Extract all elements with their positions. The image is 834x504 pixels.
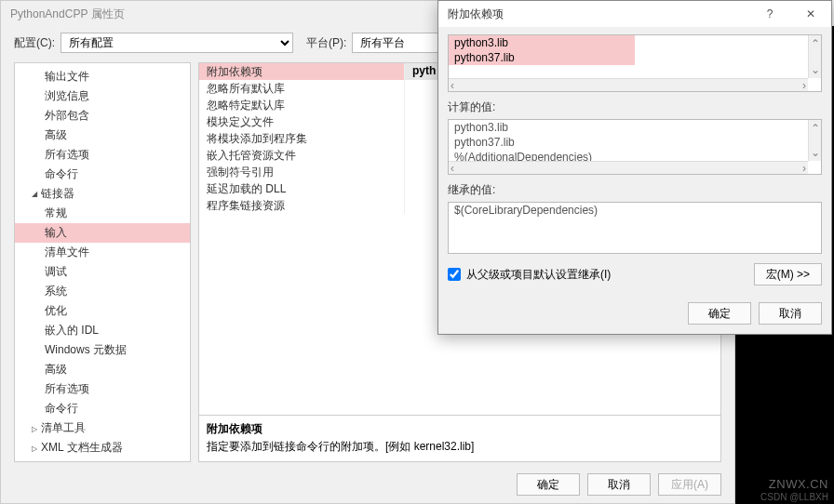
additional-deps-dialog: 附加依赖项 ? ✕ python3.lib python37.lib ⌃⌄ ‹›… — [437, 0, 832, 335]
property-label: 附加依赖项 — [199, 63, 404, 80]
config-label: 配置(C): — [14, 35, 55, 51]
tree-item[interactable]: 浏览信息 — [15, 86, 190, 106]
scrollbar-h[interactable]: ‹› — [449, 78, 808, 91]
watermark: ZNWX.CN — [769, 477, 828, 491]
macro-button[interactable]: 宏(M) >> — [754, 263, 822, 285]
tree-item[interactable]: 系统 — [15, 282, 190, 301]
inherit-checkbox-label: 从父级或项目默认设置继承(I) — [466, 267, 611, 283]
tree-category[interactable]: XML 文档生成器 — [15, 438, 190, 458]
tree-item[interactable]: 输入 — [15, 223, 190, 243]
tree-item[interactable]: 高级 — [15, 126, 190, 145]
ok-button[interactable]: 确定 — [517, 473, 580, 496]
tree-item[interactable]: 嵌入的 IDL — [15, 321, 190, 340]
apply-button[interactable]: 应用(A) — [658, 473, 721, 496]
description-panel: 附加依赖项 指定要添加到链接命令行的附加项。[例如 kernel32.lib] — [198, 416, 721, 462]
dep-line: python3.lib — [449, 35, 635, 50]
dialog-ok-button[interactable]: 确定 — [688, 302, 751, 325]
inherit-checkbox[interactable] — [448, 268, 461, 281]
calc-line: python37.lib — [449, 135, 821, 150]
desc-title: 附加依赖项 — [207, 421, 713, 437]
tree-item[interactable]: 常规 — [15, 204, 190, 223]
tree-item[interactable]: 清单文件 — [15, 243, 190, 262]
dialog-cancel-button[interactable]: 取消 — [759, 302, 822, 325]
close-button[interactable]: ✕ — [790, 1, 831, 27]
dep-line: python37.lib — [449, 50, 635, 65]
inherit-line: $(CoreLibraryDependencies) — [449, 203, 821, 218]
property-label: 忽略所有默认库 — [199, 80, 404, 97]
tree-item[interactable]: Windows 元数据 — [15, 340, 190, 360]
bottom-buttons: 确定 取消 应用(A) — [517, 473, 721, 496]
dialog-titlebar: 附加依赖项 ? ✕ — [438, 1, 831, 27]
scrollbar-h[interactable]: ‹› — [449, 161, 808, 174]
tree-category[interactable]: 浏览信息 — [15, 458, 190, 462]
scrollbar-v[interactable]: ⌃⌄ — [808, 120, 821, 161]
calculated-box: python3.lib python37.lib %(AdditionalDep… — [448, 119, 822, 175]
tree-item[interactable]: 命令行 — [15, 165, 190, 184]
property-label: 将模块添加到程序集 — [199, 130, 404, 147]
cancel-button[interactable]: 取消 — [587, 473, 651, 496]
property-label: 延迟加载的 DLL — [199, 180, 404, 197]
platform-label: 平台(P): — [306, 35, 346, 51]
property-label: 程序集链接资源 — [199, 197, 404, 214]
calc-line: python3.lib — [449, 120, 821, 135]
tree-item[interactable]: 所有选项 — [15, 145, 190, 165]
dialog-body: python3.lib python37.lib ⌃⌄ ‹› 计算的值: pyt… — [438, 27, 831, 293]
property-label: 强制符号引用 — [199, 164, 404, 180]
tree-category[interactable]: 链接器 — [15, 184, 190, 204]
inherit-row: 从父级或项目默认设置继承(I) 宏(M) >> — [448, 263, 822, 285]
tree-item[interactable]: 外部包含 — [15, 106, 190, 126]
scrollbar-v[interactable]: ⌃⌄ — [808, 35, 821, 78]
inherited-label: 继承的值: — [448, 182, 822, 198]
deps-edit-box[interactable]: python3.lib python37.lib ⌃⌄ ‹› — [448, 34, 822, 92]
property-label: 忽略特定默认库 — [199, 97, 404, 113]
property-label: 模块定义文件 — [199, 113, 404, 130]
tree-item[interactable]: 所有选项 — [15, 379, 190, 399]
dialog-buttons: 确定 取消 — [438, 293, 831, 334]
tree-item[interactable]: 输出文件 — [15, 67, 190, 86]
property-label: 嵌入托管资源文件 — [199, 147, 404, 164]
desc-text: 指定要添加到链接命令行的附加项。[例如 kernel32.lib] — [207, 439, 713, 455]
watermark-sub: CSDN @LLBXH — [760, 492, 828, 502]
dialog-title: 附加依赖项 — [438, 7, 749, 22]
tree-item[interactable]: 命令行 — [15, 399, 190, 418]
tree-item[interactable]: 优化 — [15, 301, 190, 321]
config-select[interactable]: 所有配置 — [61, 33, 293, 53]
tree-category[interactable]: 清单工具 — [15, 418, 190, 438]
tree-item[interactable]: 高级 — [15, 360, 190, 379]
calculated-label: 计算的值: — [448, 99, 822, 115]
inherited-box: $(CoreLibraryDependencies) — [448, 202, 822, 254]
category-tree[interactable]: 输出文件浏览信息外部包含高级所有选项命令行链接器常规输入清单文件调试系统优化嵌入… — [14, 62, 191, 462]
tree-item[interactable]: 调试 — [15, 262, 190, 282]
help-button[interactable]: ? — [749, 1, 790, 27]
